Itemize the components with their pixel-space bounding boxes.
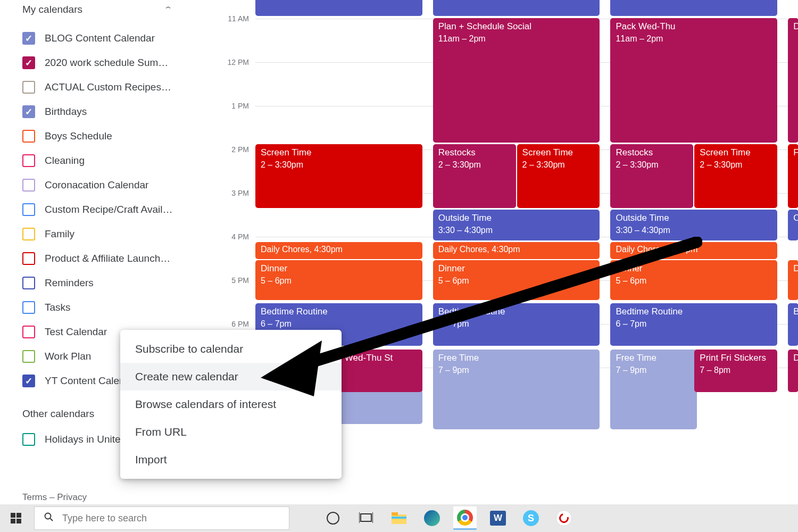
calendar-checkbox[interactable]: ✓ xyxy=(22,56,35,69)
word-icon[interactable]: W xyxy=(486,506,510,530)
calendar-checkbox[interactable] xyxy=(22,203,35,216)
app-icon[interactable]: S xyxy=(519,506,543,530)
menu-item[interactable]: Import xyxy=(120,446,342,473)
svg-rect-4 xyxy=(11,519,15,523)
calendar-event[interactable]: Bedtime Routine6 – 7pm xyxy=(610,303,777,346)
day-column[interactable]: DFODBD xyxy=(788,0,798,489)
calendar-event[interactable]: O xyxy=(788,210,798,240)
calendar-event[interactable]: Bedtime Routine6 – 7pm xyxy=(433,303,600,346)
event-title: Dinner xyxy=(616,263,772,275)
menu-item[interactable]: Create new calendar xyxy=(120,363,342,390)
calendar-checkbox[interactable] xyxy=(22,326,35,338)
terms-privacy-link[interactable]: Terms – Privacy xyxy=(22,492,87,503)
time-label: 3 PM xyxy=(231,189,249,197)
calendar-event[interactable]: F xyxy=(788,144,798,208)
calendar-checkbox[interactable] xyxy=(22,154,35,167)
calendar-event[interactable]: 10 – 11am xyxy=(610,0,777,16)
calendar-event[interactable]: Free Time7 – 9pm xyxy=(610,350,696,429)
calendar-item[interactable]: ✓BLOG Content Calendar xyxy=(22,26,173,51)
taskbar-search[interactable]: Type here to search xyxy=(34,506,289,530)
svg-line-7 xyxy=(51,518,53,521)
calendar-event[interactable]: Daily Chores, 4:30pm xyxy=(433,242,600,259)
calendar-label: Boys Schedule xyxy=(45,130,112,142)
calendar-checkbox[interactable] xyxy=(22,179,35,192)
calendar-event[interactable]: D xyxy=(788,350,798,392)
calendar-item[interactable]: Product & Affiliate Launch… xyxy=(22,246,173,271)
search-icon xyxy=(44,512,54,525)
task-view-icon[interactable] xyxy=(354,506,378,530)
calendar-checkbox[interactable]: ✓ xyxy=(22,105,35,118)
windows-icon xyxy=(11,513,21,523)
day-column[interactable]: 10 – 11amPack Wed-Thu11am – 2pmRestocks2… xyxy=(610,0,777,489)
event-time: 6 – 7pm xyxy=(438,318,595,330)
calendar-checkbox[interactable] xyxy=(22,301,35,314)
menu-item[interactable]: Browse calendars of interest xyxy=(120,390,342,418)
event-title: Wed-Thu St xyxy=(345,352,417,364)
calendar-checkbox[interactable]: ✓ xyxy=(22,375,35,387)
calendar-item[interactable]: ACTUAL Custom Recipes … xyxy=(22,75,173,99)
calendar-checkbox[interactable] xyxy=(22,228,35,240)
calendar-item[interactable]: ✓Birthdays xyxy=(22,99,173,124)
calendar-event[interactable]: Pack Wed-Thu11am – 2pm xyxy=(610,18,777,143)
calendar-label: Product & Affiliate Launch… xyxy=(45,253,170,264)
calendar-event[interactable]: Screen Time2 – 3:30pm xyxy=(255,144,422,208)
calendar-item[interactable]: Custom Recipe/Craft Avail… xyxy=(22,197,173,222)
file-explorer-icon[interactable] xyxy=(387,506,411,530)
calendar-event[interactable]: Free Time7 – 9pm xyxy=(433,350,600,429)
calendar-item[interactable]: Coronacation Calendar xyxy=(22,173,173,197)
calendar-checkbox[interactable] xyxy=(22,277,35,289)
trend-icon[interactable] xyxy=(552,506,576,530)
calendar-event[interactable]: D xyxy=(788,18,798,143)
svg-rect-3 xyxy=(16,513,21,518)
calendar-event[interactable]: B xyxy=(788,303,798,346)
time-label: 6 PM xyxy=(231,320,249,328)
calendar-event[interactable]: Dinner5 – 6pm xyxy=(433,260,600,300)
calendar-event[interactable]: Screen Time2 – 3:30pm xyxy=(694,144,777,208)
start-button[interactable] xyxy=(0,504,32,532)
calendar-label: Family xyxy=(45,228,74,240)
event-time: 3:30 – 4:30pm xyxy=(438,225,595,236)
calendar-checkbox[interactable] xyxy=(22,81,35,94)
calendar-event[interactable]: D xyxy=(788,260,798,300)
calendar-checkbox[interactable]: ✓ xyxy=(22,32,35,45)
day-column[interactable]: 10 – 11amPlan + Schedule Social11am – 2p… xyxy=(433,0,600,489)
calendar-event[interactable]: Restocks2 – 3:30pm xyxy=(610,144,693,208)
my-calendars-header[interactable]: My calendars ⌃ xyxy=(22,0,173,26)
calendar-label: Custom Recipe/Craft Avail… xyxy=(45,204,172,215)
windows-taskbar: Type here to search W S xyxy=(0,504,798,532)
calendar-event[interactable]: 10 – 11am xyxy=(255,0,422,16)
calendar-event[interactable]: Restocks2 – 3:30pm xyxy=(433,144,516,208)
calendar-event[interactable]: Outside Time3:30 – 4:30pm xyxy=(433,210,600,240)
calendar-event[interactable]: Plan + Schedule Social11am – 2pm xyxy=(433,18,600,143)
calendar-item[interactable]: ✓2020 work schedule Sum… xyxy=(22,51,173,75)
calendar-checkbox[interactable] xyxy=(22,130,35,143)
calendar-item[interactable]: Cleaning xyxy=(22,148,173,173)
calendar-label: Work Plan xyxy=(45,351,91,362)
calendar-event[interactable]: Daily Chores, 4:30pm xyxy=(610,242,777,259)
event-title: Free Time xyxy=(438,352,595,364)
calendar-event[interactable]: Dinner5 – 6pm xyxy=(610,260,777,300)
calendar-item[interactable]: Tasks xyxy=(22,295,173,320)
calendar-item[interactable]: Family xyxy=(22,222,173,246)
calendar-checkbox[interactable] xyxy=(22,252,35,265)
calendar-item[interactable]: Reminders xyxy=(22,271,173,295)
calendar-label: ACTUAL Custom Recipes … xyxy=(45,81,173,93)
event-title: Plan + Schedule Social xyxy=(438,21,595,33)
menu-item[interactable]: From URL xyxy=(120,418,342,446)
calendar-checkbox[interactable] xyxy=(22,433,35,446)
calendar-event[interactable]: Wed-Thu St xyxy=(339,350,422,392)
calendar-checkbox[interactable] xyxy=(22,350,35,363)
calendar-event[interactable]: Daily Chores, 4:30pm xyxy=(255,242,422,259)
chrome-icon[interactable] xyxy=(453,506,477,530)
calendar-event[interactable]: Screen Time2 – 3:30pm xyxy=(517,144,600,208)
menu-item[interactable]: Subscribe to calendar xyxy=(120,335,342,363)
calendar-event[interactable]: 10 – 11am xyxy=(433,0,600,16)
calendar-event[interactable]: Dinner5 – 6pm xyxy=(255,260,422,300)
cortana-icon[interactable] xyxy=(321,506,345,530)
calendar-event[interactable]: Print Fri Stickers7 – 8pm xyxy=(694,350,777,392)
calendar-event[interactable]: Outside Time3:30 – 4:30pm xyxy=(610,210,777,240)
taskbar-icons: W S xyxy=(321,506,576,530)
event-time: 11am – 2pm xyxy=(438,33,595,45)
edge-icon[interactable] xyxy=(420,506,444,530)
calendar-item[interactable]: Boys Schedule xyxy=(22,124,173,148)
